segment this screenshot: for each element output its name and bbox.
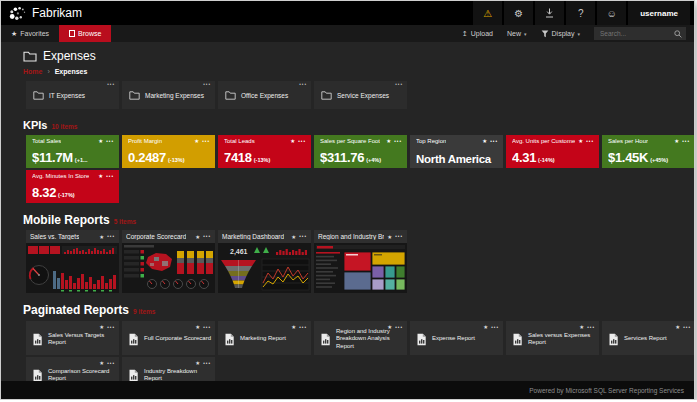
report-document-icon xyxy=(320,333,331,346)
mobile-report-tile-marketing-dashboard[interactable]: Marketing Dashboard ★••• 2,461 xyxy=(218,230,311,293)
paginated-report-tile-sales-versus-targets[interactable]: ★••• Sales Versus Targets Report xyxy=(26,321,119,355)
ellipsis-icon[interactable]: ••• xyxy=(106,174,114,179)
star-icon[interactable]: ★ xyxy=(98,173,103,179)
search-input[interactable] xyxy=(598,29,674,38)
paginated-report-tile-services-report[interactable]: ★••• Services Report xyxy=(602,321,694,355)
ellipsis-icon[interactable]: ••• xyxy=(106,139,114,144)
paginated-report-title: Industry Breakdown Report xyxy=(144,368,212,382)
paginated-report-tile-expense-report[interactable]: ★••• Expense Report xyxy=(410,321,503,355)
star-icon[interactable]: ★ xyxy=(387,324,392,330)
star-icon[interactable]: ★ xyxy=(195,324,200,330)
content-area: Expenses Home › Expenses ••• IT Expenses… xyxy=(1,42,694,381)
paginated-report-tile-full-corporate-scorecard[interactable]: ★••• Full Corporate Scorecard xyxy=(122,321,215,355)
paginated-reports-section-heading: Paginated Reports9 items xyxy=(23,303,694,317)
star-icon[interactable]: ★ xyxy=(578,138,583,144)
star-icon[interactable]: ★ xyxy=(195,234,200,240)
ellipsis-icon[interactable]: ••• xyxy=(682,139,690,144)
ellipsis-icon[interactable]: ••• xyxy=(203,325,211,330)
star-icon[interactable]: ★ xyxy=(386,138,391,144)
star-icon[interactable]: ★ xyxy=(195,360,200,366)
folder-tile-marketing-expenses[interactable]: ••• Marketing Expenses xyxy=(122,81,215,109)
kpi-value: 4.31 xyxy=(512,150,536,165)
ellipsis-icon[interactable]: ••• xyxy=(299,325,307,330)
ellipsis-icon[interactable]: ••• xyxy=(491,325,499,330)
star-icon[interactable]: ★ xyxy=(674,138,679,144)
kpi-tile-sales-per-hour[interactable]: Sales per Hour ★••• $1.45K(+45%) xyxy=(602,135,694,168)
ellipsis-icon[interactable]: ••• xyxy=(107,234,115,239)
ellipsis-icon[interactable]: ••• xyxy=(107,361,115,366)
ellipsis-icon[interactable]: ••• xyxy=(490,139,498,144)
paginated-report-tile-region-industry-breakdown[interactable]: ★••• Region and Industry Breakdown Analy… xyxy=(314,321,407,355)
upload-button[interactable]: ↥ Upload xyxy=(462,30,493,38)
ellipsis-icon[interactable]: ••• xyxy=(395,82,403,87)
kpi-tile-avg-units-per-customer[interactable]: Avg. Units per Customer ★••• 4.31(-14%) xyxy=(506,135,599,168)
fabrikam-logo-icon[interactable] xyxy=(9,6,26,21)
ellipsis-icon[interactable]: ••• xyxy=(395,325,403,330)
username-menu[interactable]: username xyxy=(628,1,690,25)
kpi-tile-sales-per-square-foot[interactable]: Sales per Square Foot ★••• $311.76(+4%) xyxy=(314,135,407,168)
report-document-icon xyxy=(128,333,139,346)
ellipsis-icon[interactable]: ••• xyxy=(395,234,403,239)
ellipsis-icon[interactable]: ••• xyxy=(587,325,595,330)
kpi-title: Avg. Units per Customer xyxy=(512,138,575,144)
ellipsis-icon[interactable]: ••• xyxy=(107,325,115,330)
folder-tile-service-expenses[interactable]: ••• Service Expenses xyxy=(314,81,407,109)
star-icon[interactable]: ★ xyxy=(99,324,104,330)
folder-label: Office Expenses xyxy=(241,92,288,99)
ellipsis-icon[interactable]: ••• xyxy=(683,325,691,330)
ellipsis-icon[interactable]: ••• xyxy=(203,234,211,239)
star-icon[interactable]: ★ xyxy=(483,324,488,330)
star-icon[interactable]: ★ xyxy=(579,324,584,330)
account-icon[interactable]: ☺ xyxy=(597,1,626,25)
paginated-report-tile-comparison-scorecard[interactable]: ★••• Comparison Scorecard Report xyxy=(26,357,119,381)
favorites-tab[interactable]: ★ Favorites xyxy=(1,25,59,42)
paginated-report-tile-industry-breakdown[interactable]: ★••• Industry Breakdown Report xyxy=(122,357,215,381)
help-icon[interactable]: ? xyxy=(566,1,595,25)
ellipsis-icon[interactable]: ••• xyxy=(299,234,307,239)
star-icon[interactable]: ★ xyxy=(387,234,392,240)
ellipsis-icon[interactable]: ••• xyxy=(299,82,307,87)
mobile-report-title: Marketing Dashboard xyxy=(222,233,284,240)
mobile-report-tile-region-and-industry[interactable]: Region and Industry Brea... ★••• xyxy=(314,230,407,293)
star-icon[interactable]: ★ xyxy=(194,138,199,144)
paginated-report-tile-sales-versus-expenses[interactable]: ★••• Sales versus Expenses Report xyxy=(506,321,599,355)
kpi-tile-profit-margin[interactable]: Profit Margin ★••• 0.2487(-13%) xyxy=(122,135,215,168)
folder-tile-office-expenses[interactable]: ••• Office Expenses xyxy=(218,81,311,109)
search-icon[interactable] xyxy=(674,30,682,38)
kpi-tile-total-leads[interactable]: Total Leads ★••• 7418(-13%) xyxy=(218,135,311,168)
ellipsis-icon[interactable]: ••• xyxy=(202,139,210,144)
kpi-value: $1.45K xyxy=(608,150,648,165)
star-icon[interactable]: ★ xyxy=(482,138,487,144)
star-icon[interactable]: ★ xyxy=(290,138,295,144)
browse-icon xyxy=(69,30,75,37)
paginated-report-tile-marketing-report[interactable]: ★••• Marketing Report xyxy=(218,321,311,355)
display-menu-button[interactable]: Display ▾ xyxy=(541,30,580,38)
folder-tile-it-expenses[interactable]: ••• IT Expenses xyxy=(26,81,119,109)
mobile-report-tile-corporate-scorecard[interactable]: Corporate Scorecard ★••• xyxy=(122,230,215,293)
star-icon[interactable]: ★ xyxy=(675,324,680,330)
folder-label: Marketing Expenses xyxy=(145,92,204,99)
kpi-tile-top-region[interactable]: Top Region ★••• North America xyxy=(410,135,503,168)
mobile-report-title: Region and Industry Brea... xyxy=(318,233,384,240)
star-icon[interactable]: ★ xyxy=(291,234,296,240)
star-icon[interactable]: ★ xyxy=(99,234,104,240)
mobile-report-tile-sales-vs-targets[interactable]: Sales vs. Targets ★••• xyxy=(26,230,119,293)
gear-icon[interactable]: ⚙ xyxy=(504,1,533,25)
ellipsis-icon[interactable]: ••• xyxy=(203,361,211,366)
ellipsis-icon[interactable]: ••• xyxy=(203,82,211,87)
new-menu-button[interactable]: New ▾ xyxy=(507,30,527,37)
kpi-tile-avg-minutes-in-store[interactable]: Avg. Minutes In Store ★••• 8.32(-17%) xyxy=(26,170,119,203)
browse-tab[interactable]: Browse xyxy=(59,25,111,42)
ellipsis-icon[interactable]: ••• xyxy=(394,139,402,144)
warning-icon[interactable]: ⚠ xyxy=(473,1,502,25)
ellipsis-icon[interactable]: ••• xyxy=(107,82,115,87)
download-icon[interactable] xyxy=(535,1,564,25)
ellipsis-icon[interactable]: ••• xyxy=(298,139,306,144)
folder-icon xyxy=(225,90,236,100)
star-icon[interactable]: ★ xyxy=(291,324,296,330)
star-icon[interactable]: ★ xyxy=(99,360,104,366)
ellipsis-icon[interactable]: ••• xyxy=(586,139,594,144)
breadcrumb-home-link[interactable]: Home xyxy=(23,68,42,75)
kpi-tile-total-sales[interactable]: Total Sales ★••• $11.7M(+1... xyxy=(26,135,119,168)
star-icon[interactable]: ★ xyxy=(98,138,103,144)
